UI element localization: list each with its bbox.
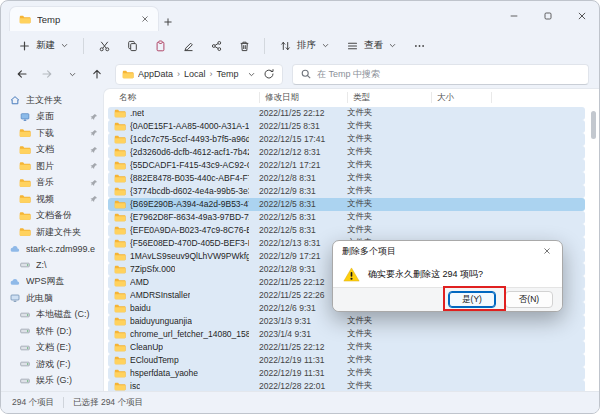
cut-button[interactable] — [91, 34, 117, 57]
breadcrumb: AppData›Local›Temp — [138, 69, 240, 79]
file-type: 文件夹 — [342, 146, 426, 158]
sidebar-item-disk-f[interactable]: 游戏 (F:) — [6, 356, 101, 373]
item-count: 294 个项目 — [12, 397, 54, 409]
sidebar-item-downloads[interactable]: 下载 — [6, 125, 101, 142]
plus-icon — [163, 17, 173, 27]
navigation-pane: 主文件夹 桌面 下载 文档 图片 音乐 视频 文档备份 新建文件 — [1, 88, 103, 391]
sidebar-item-music[interactable]: 音乐 — [6, 175, 101, 192]
file-row[interactable]: {0A0E15F1-AA85-4000-A31A-13A94... 2022/1… — [108, 120, 585, 133]
more-button[interactable] — [406, 34, 432, 57]
sidebar-item-disk-d[interactable]: 软件 (D:) — [6, 323, 101, 340]
file-row[interactable]: {E7962D8F-8634-49a3-97BD-7216C3... 2022/… — [108, 211, 585, 224]
folder-icon — [114, 252, 126, 261]
share-button[interactable] — [203, 34, 229, 57]
view-icon — [346, 40, 359, 52]
toolbar-divider — [264, 38, 265, 54]
delete-button[interactable] — [231, 34, 257, 57]
maximize-button[interactable] — [531, 1, 565, 30]
column-header-size[interactable]: 大小 — [432, 92, 492, 103]
column-header-date[interactable]: 修改日期 — [260, 92, 348, 103]
file-row[interactable]: {B69E290B-A394-4a2d-9B53-476596... 2022/… — [108, 198, 585, 211]
file-row[interactable]: ECloudTemp 2022/12/19 11:31 文件夹 — [108, 354, 585, 367]
sidebar-item-wps-cloud[interactable]: WPS网盘 — [6, 274, 101, 291]
ellipsis-icon — [413, 40, 426, 52]
rename-button[interactable] — [175, 34, 201, 57]
new-tab-button[interactable] — [159, 13, 177, 31]
paste-button[interactable] — [147, 34, 173, 57]
sidebar-item-disk-g[interactable]: 娱乐 (G:) — [6, 373, 101, 390]
file-date: 2022/12/9 8:31 — [254, 186, 342, 196]
scrollbar-thumb[interactable] — [591, 111, 596, 139]
pin-icon — [90, 113, 98, 121]
folder-icon — [114, 135, 126, 144]
no-button[interactable]: 否(N) — [505, 291, 553, 308]
file-row[interactable]: {EFE0A9DA-B023-47c9-8C76-B73033... 2022/… — [108, 224, 585, 237]
dialog-close-button[interactable] — [532, 242, 562, 261]
tab-temp[interactable]: Temp — [9, 6, 159, 31]
file-name: hsperfdata_yaohe — [130, 368, 198, 378]
cloud-icon — [9, 244, 21, 254]
folder-icon — [114, 343, 126, 352]
sidebar-item-stark-sync[interactable]: stark-c.zdm999.e — [6, 241, 101, 258]
sidebar-item-desktop[interactable]: 桌面 — [6, 109, 101, 126]
sidebar-item-disk-c[interactable]: 本地磁盘 (C:) — [6, 307, 101, 324]
file-type: 文件夹 — [342, 185, 426, 197]
file-row[interactable]: {882E8478-B035-440c-ABF4-F7262D... 2022/… — [108, 172, 585, 185]
sidebar-item-home[interactable]: 主文件夹 — [6, 92, 101, 109]
column-header-type[interactable]: 类型 — [348, 92, 432, 103]
file-row[interactable]: {2d3260d6-dcfb-4612-acf1-7b42047... 2022… — [108, 146, 585, 159]
file-name: {3774bcdb-d602-4e4a-99b5-3e3279... — [130, 186, 249, 196]
sidebar-item-videos[interactable]: 视频 — [6, 191, 101, 208]
sidebar-item-new-folder[interactable]: 新建文件夹 — [6, 224, 101, 241]
file-row[interactable]: chrome_url_fetcher_14080_1587440... 2023… — [108, 328, 585, 341]
file-name: baiduyunguanjia — [130, 316, 192, 326]
folder-icon — [114, 226, 126, 235]
sidebar-item-this-pc[interactable]: 此电脑 — [6, 290, 101, 307]
file-row[interactable]: baiduyunguanjia 2023/1/3 9:31 文件夹 — [108, 315, 585, 328]
breadcrumb-item[interactable]: Temp — [217, 69, 239, 79]
breadcrumb-item[interactable]: Local — [184, 69, 206, 79]
file-row[interactable]: isc 2022/12/28 22:01 文件夹 — [108, 380, 585, 391]
folder-icon — [19, 145, 31, 155]
sidebar-item-z-drive[interactable]: Z:\ — [6, 257, 101, 274]
minimize-button[interactable] — [497, 1, 531, 30]
file-row[interactable]: .net 2022/11/25 22:12 文件夹 — [108, 107, 585, 120]
sidebar-item-documents[interactable]: 文档 — [6, 142, 101, 159]
dialog-titlebar: 删除多个项目 — [333, 241, 562, 261]
file-date: 2022/12/12 8:31 — [254, 147, 342, 157]
folder-icon — [114, 122, 126, 131]
copy-button[interactable] — [119, 34, 145, 57]
new-button[interactable]: 新建 — [11, 35, 76, 56]
column-header-name[interactable]: 名称 — [114, 92, 260, 103]
trash-icon — [238, 40, 251, 52]
sidebar-item-pictures[interactable]: 图片 — [6, 158, 101, 175]
sidebar-item-disk-e[interactable]: 文档 (E:) — [6, 340, 101, 357]
up-button[interactable] — [86, 63, 108, 85]
warning-icon — [343, 267, 360, 282]
sidebar-item-docs-backup[interactable]: 文档备份 — [6, 208, 101, 225]
vertical-scrollbar[interactable] — [589, 107, 598, 388]
file-name: {882E8478-B035-440c-ABF4-F7262D... — [130, 173, 249, 183]
sort-button[interactable]: 排序 — [272, 35, 337, 56]
view-button[interactable]: 查看 — [339, 35, 404, 56]
copy-icon — [126, 40, 139, 52]
file-row[interactable]: CleanUp 2022/11/25 22:12 文件夹 — [108, 341, 585, 354]
file-type: 文件夹 — [342, 328, 426, 340]
refresh-button[interactable] — [262, 66, 276, 82]
file-row[interactable]: {1cdc7c75-5ccf-4493-b7f5-a96db9... 2022/… — [108, 133, 585, 146]
file-row[interactable]: {3774bcdb-d602-4e4a-99b5-3e3279... 2022/… — [108, 185, 585, 198]
address-box[interactable]: AppData›Local›Temp — [115, 64, 283, 85]
file-row[interactable]: hsperfdata_yaohe 2022/12/19 11:31 文件夹 — [108, 367, 585, 380]
close-button[interactable] — [565, 1, 599, 30]
file-row[interactable]: {55DCADF1-F415-43c9-AC92-CD512... 2022/1… — [108, 159, 585, 172]
back-button[interactable] — [11, 63, 33, 85]
folder-icon — [114, 213, 126, 222]
address-dropdown-button[interactable] — [244, 66, 258, 82]
breadcrumb-item[interactable]: AppData — [138, 69, 173, 79]
forward-button[interactable] — [36, 63, 58, 85]
status-bar: 294 个项目 已选择 294 个项目 — [1, 391, 599, 413]
drive-icon — [19, 310, 31, 320]
tab-close-button[interactable] — [136, 10, 154, 28]
search-input[interactable] — [317, 69, 581, 79]
recent-locations-button[interactable] — [61, 63, 83, 85]
